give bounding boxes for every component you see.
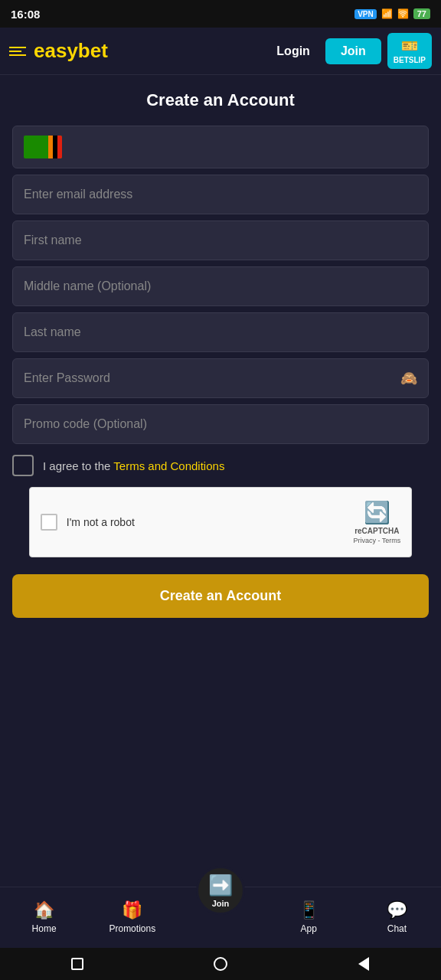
main-content: Create an Account 🦅 🙈 I agree to the Ter… bbox=[0, 75, 441, 887]
home-icon: 🏠 bbox=[34, 900, 54, 920]
betslip-icon: 🎫 bbox=[401, 38, 418, 54]
join-header-button[interactable]: Join bbox=[325, 38, 381, 64]
nav-item-app[interactable]: 📱 App bbox=[265, 900, 353, 934]
join-arrow-icon: ➡️ bbox=[208, 874, 233, 897]
login-button[interactable]: Login bbox=[266, 38, 321, 64]
zambia-flag: 🦅 bbox=[24, 136, 62, 158]
page-title: Create an Account bbox=[12, 90, 429, 110]
nav-label-promotions: Promotions bbox=[109, 923, 155, 934]
agree-row: I agree to the Terms and Conditions bbox=[12, 455, 429, 476]
logo: easybet bbox=[34, 39, 266, 63]
recaptcha-box[interactable]: I'm not a robot 🔄 reCAPTCHA Privacy - Te… bbox=[29, 487, 412, 557]
home-button[interactable] bbox=[210, 953, 231, 975]
wifi-icon: 🛜 bbox=[397, 8, 409, 19]
back-arrow-icon bbox=[358, 957, 369, 971]
password-field-wrapper[interactable]: 🙈 bbox=[12, 358, 429, 398]
recaptcha-checkbox[interactable] bbox=[41, 514, 57, 531]
back-button[interactable] bbox=[353, 953, 374, 975]
status-time: 16:08 bbox=[11, 8, 40, 21]
flag-eagle: 🦅 bbox=[47, 137, 59, 148]
nav-item-promotions[interactable]: 🎁 Promotions bbox=[88, 900, 176, 934]
betslip-button[interactable]: 🎫 BETSLIP bbox=[387, 33, 432, 69]
recents-icon bbox=[71, 958, 83, 970]
recaptcha-left: I'm not a robot bbox=[41, 514, 135, 531]
email-field-wrapper[interactable] bbox=[12, 175, 429, 214]
battery-indicator: 77 bbox=[413, 8, 430, 19]
nav-label-home: Home bbox=[32, 923, 57, 934]
betslip-label: BETSLIP bbox=[394, 56, 426, 64]
menu-line-1 bbox=[9, 47, 26, 48]
promo-field-wrapper[interactable] bbox=[12, 404, 429, 444]
promotions-icon: 🎁 bbox=[122, 900, 142, 920]
status-icons: VPN 📶 🛜 77 bbox=[354, 8, 430, 19]
recaptcha-label: reCAPTCHA bbox=[354, 527, 399, 535]
password-input[interactable] bbox=[24, 371, 417, 385]
recaptcha-privacy-links[interactable]: Privacy - Terms bbox=[353, 537, 400, 544]
recaptcha-right: 🔄 reCAPTCHA Privacy - Terms bbox=[353, 500, 400, 544]
toggle-password-icon[interactable]: 🙈 bbox=[400, 370, 417, 387]
nav-label-app: App bbox=[301, 923, 317, 934]
app-icon: 📱 bbox=[299, 900, 319, 920]
nav-join-button[interactable]: ➡️ Join bbox=[196, 866, 245, 915]
promo-input[interactable] bbox=[24, 417, 417, 431]
nav-label-chat: Chat bbox=[387, 923, 407, 934]
home-circle-icon bbox=[214, 957, 227, 971]
signal-icon: 📶 bbox=[381, 8, 393, 19]
menu-line-2 bbox=[9, 51, 21, 52]
create-account-button[interactable]: Create an Account bbox=[12, 574, 429, 618]
nav-item-chat[interactable]: 💬 Chat bbox=[353, 900, 441, 934]
android-nav-bar bbox=[0, 948, 441, 980]
terms-link[interactable]: Terms and Conditions bbox=[113, 459, 224, 472]
agree-text: I agree to the Terms and Conditions bbox=[43, 459, 224, 472]
chat-icon: 💬 bbox=[387, 900, 407, 920]
first-name-input[interactable] bbox=[24, 234, 417, 247]
recents-button[interactable] bbox=[67, 953, 88, 975]
agree-checkbox[interactable] bbox=[12, 455, 34, 476]
first-name-field-wrapper[interactable] bbox=[12, 220, 429, 260]
middle-name-field-wrapper[interactable] bbox=[12, 266, 429, 306]
recaptcha-text: I'm not a robot bbox=[67, 516, 135, 528]
status-bar: 16:08 VPN 📶 🛜 77 bbox=[0, 0, 441, 28]
nav-item-home[interactable]: 🏠 Home bbox=[0, 900, 88, 934]
country-selector[interactable]: 🦅 bbox=[12, 126, 429, 168]
recaptcha-logo-icon: 🔄 bbox=[364, 500, 390, 525]
nav-join-label: Join bbox=[212, 899, 230, 908]
menu-line-3 bbox=[9, 54, 26, 56]
last-name-input[interactable] bbox=[24, 325, 417, 339]
last-name-field-wrapper[interactable] bbox=[12, 312, 429, 352]
menu-button[interactable] bbox=[9, 47, 26, 56]
email-input[interactable] bbox=[24, 188, 417, 201]
bottom-nav: 🏠 Home 🎁 Promotions ➡️ Join 📱 App 💬 Chat bbox=[0, 887, 441, 948]
vpn-badge: VPN bbox=[354, 9, 377, 19]
header: easybet Login Join 🎫 BETSLIP bbox=[0, 28, 441, 75]
middle-name-input[interactable] bbox=[24, 279, 417, 293]
